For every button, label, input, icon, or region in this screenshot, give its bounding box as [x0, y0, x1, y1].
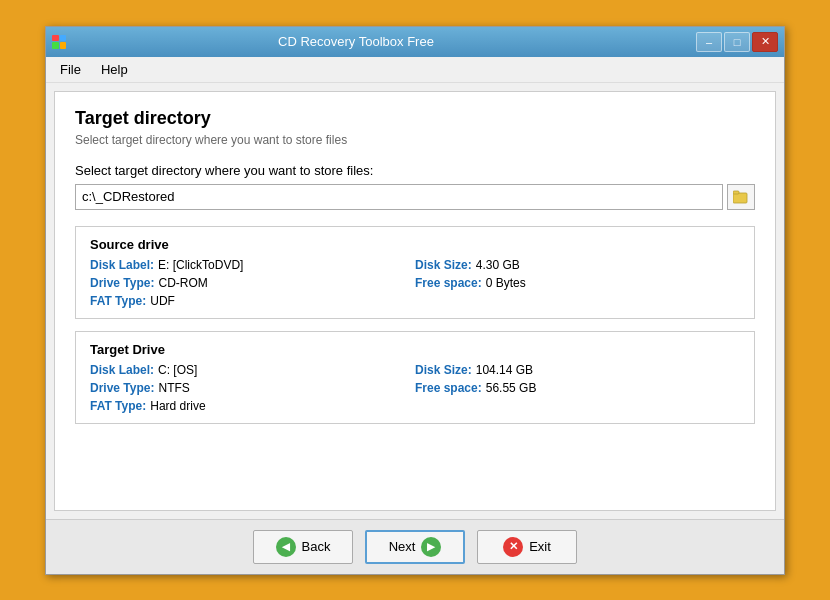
menu-file[interactable]: File: [54, 60, 87, 79]
footer: Back Next Exit: [46, 519, 784, 574]
source-drive-type-row: Drive Type: CD-ROM: [90, 276, 415, 290]
target-free-space-value: 56.55 GB: [486, 381, 537, 395]
field-label: Select target directory where you want t…: [75, 163, 755, 178]
source-disk-label-value: E: [ClickToDVD]: [158, 258, 243, 272]
target-fat-type-value: Hard drive: [150, 399, 205, 413]
source-fat-type-key: FAT Type:: [90, 294, 146, 308]
close-button[interactable]: ✕: [752, 32, 778, 52]
target-fat-type-row: FAT Type: Hard drive: [90, 399, 415, 413]
content-area: Target directory Select target directory…: [54, 91, 776, 511]
page-title: Target directory: [75, 108, 755, 129]
exit-label: Exit: [529, 539, 551, 554]
maximize-button[interactable]: □: [724, 32, 750, 52]
source-fat-type-value: UDF: [150, 294, 175, 308]
directory-input[interactable]: [75, 184, 723, 210]
source-drive-type-key: Drive Type:: [90, 276, 154, 290]
back-label: Back: [302, 539, 331, 554]
source-drive-type-value: CD-ROM: [158, 276, 207, 290]
target-free-space-key: Free space:: [415, 381, 482, 395]
title-bar-buttons: – □ ✕: [696, 32, 778, 52]
minimize-button[interactable]: –: [696, 32, 722, 52]
back-button[interactable]: Back: [253, 530, 353, 564]
target-drive-grid: Disk Label: C: [OS] Disk Size: 104.14 GB…: [90, 363, 740, 413]
source-disk-label-key: Disk Label:: [90, 258, 154, 272]
title-bar: CD Recovery Toolbox Free – □ ✕: [46, 27, 784, 57]
target-drive-title: Target Drive: [90, 342, 740, 357]
back-icon: [276, 537, 296, 557]
target-drive-type-key: Drive Type:: [90, 381, 154, 395]
next-label: Next: [389, 539, 416, 554]
directory-row: [75, 184, 755, 210]
target-disk-label-value: C: [OS]: [158, 363, 197, 377]
svg-rect-1: [733, 191, 739, 194]
target-fat-type-key: FAT Type:: [90, 399, 146, 413]
source-free-space-row: Free space: 0 Bytes: [415, 276, 740, 290]
next-icon: [421, 537, 441, 557]
source-drive-box: Source drive Disk Label: E: [ClickToDVD]…: [75, 226, 755, 319]
source-disk-label-row: Disk Label: E: [ClickToDVD]: [90, 258, 415, 272]
source-fat-type-row: FAT Type: UDF: [90, 294, 415, 308]
app-icon: [52, 35, 66, 49]
next-button[interactable]: Next: [365, 530, 465, 564]
source-disk-size-row: Disk Size: 4.30 GB: [415, 258, 740, 272]
source-disk-size-value: 4.30 GB: [476, 258, 520, 272]
source-drive-grid: Disk Label: E: [ClickToDVD] Disk Size: 4…: [90, 258, 740, 308]
main-window: CD Recovery Toolbox Free – □ ✕ File Help…: [45, 26, 785, 575]
target-disk-label-row: Disk Label: C: [OS]: [90, 363, 415, 377]
target-disk-label-key: Disk Label:: [90, 363, 154, 377]
target-drive-box: Target Drive Disk Label: C: [OS] Disk Si…: [75, 331, 755, 424]
exit-button[interactable]: Exit: [477, 530, 577, 564]
target-disk-size-value: 104.14 GB: [476, 363, 533, 377]
target-disk-size-key: Disk Size:: [415, 363, 472, 377]
folder-icon: [733, 190, 749, 204]
source-free-space-value: 0 Bytes: [486, 276, 526, 290]
menu-bar: File Help: [46, 57, 784, 83]
target-disk-size-row: Disk Size: 104.14 GB: [415, 363, 740, 377]
target-drive-type-value: NTFS: [158, 381, 189, 395]
target-free-space-row: Free space: 56.55 GB: [415, 381, 740, 395]
title-bar-left: [52, 35, 66, 49]
exit-icon: [503, 537, 523, 557]
svg-rect-0: [733, 193, 747, 203]
source-disk-size-key: Disk Size:: [415, 258, 472, 272]
target-drive-type-row: Drive Type: NTFS: [90, 381, 415, 395]
source-free-space-key: Free space:: [415, 276, 482, 290]
browse-button[interactable]: [727, 184, 755, 210]
window-title: CD Recovery Toolbox Free: [66, 34, 646, 49]
page-subtitle: Select target directory where you want t…: [75, 133, 755, 147]
menu-help[interactable]: Help: [95, 60, 134, 79]
source-drive-title: Source drive: [90, 237, 740, 252]
